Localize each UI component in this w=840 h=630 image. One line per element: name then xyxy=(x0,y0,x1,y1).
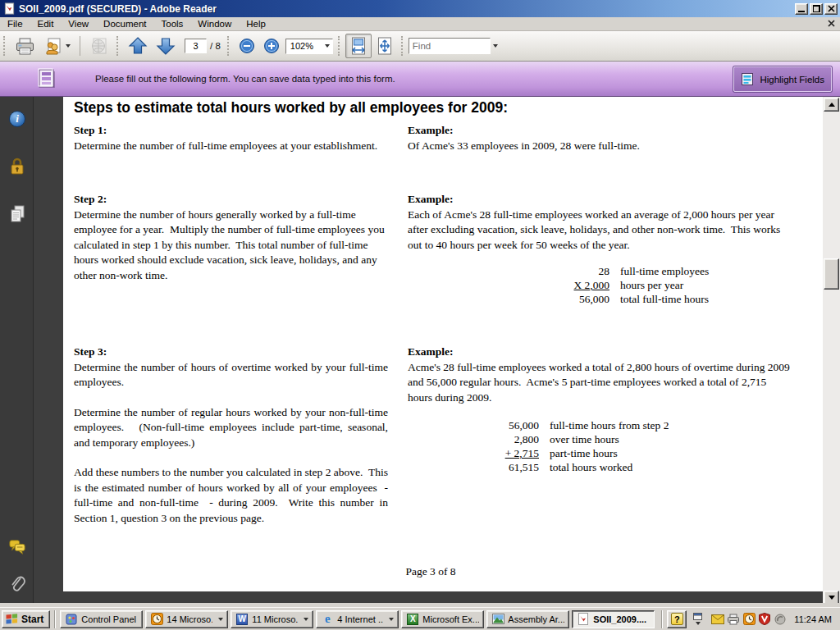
document-close-icon xyxy=(828,20,835,27)
taskbar-group-office[interactable]: 14 Microso... xyxy=(145,610,228,628)
printer-tray-icon[interactable] xyxy=(727,613,740,626)
scroll-up-icon xyxy=(829,103,835,107)
taskbar-item-control-panel[interactable]: Control Panel xyxy=(60,610,143,628)
example2-calculation: 28full-time employees X 2,000hours per y… xyxy=(537,264,709,306)
globe-document-icon xyxy=(89,37,109,56)
internet-explorer-icon: e xyxy=(321,613,334,626)
step3-column: Step 3: Determine the number of hours of… xyxy=(74,345,388,541)
document-viewport: i xyxy=(0,97,840,607)
menu-view[interactable]: View xyxy=(61,18,96,30)
menu-window[interactable]: Window xyxy=(190,18,239,30)
pdf-page: Steps to estimate total hours worked by … xyxy=(63,97,823,591)
help-icon: ? xyxy=(671,613,683,625)
taskbar-item-label: 4 Internet ... xyxy=(337,614,383,624)
zoom-level-dropdown[interactable]: 102% xyxy=(285,39,333,54)
comments-tab[interactable] xyxy=(8,538,26,556)
pages-tab[interactable] xyxy=(8,205,26,223)
adobe-reader-pdf-icon xyxy=(2,2,16,16)
windows-logo-icon xyxy=(6,614,18,625)
zoom-level-value: 102% xyxy=(290,41,313,51)
zoom-in-icon xyxy=(263,38,280,54)
fit-width-icon xyxy=(349,36,368,56)
restore-icon xyxy=(813,5,820,12)
highlight-fields-label: Highlight Fields xyxy=(760,75,824,84)
menu-file[interactable]: File xyxy=(0,18,30,30)
step3-text-3: Add these numbers to the number you calc… xyxy=(74,465,388,526)
step1-label: Step 1: xyxy=(74,123,388,139)
example2-text: Each of Acme's 28 full-time employees wo… xyxy=(408,208,790,253)
info-icon: i xyxy=(9,111,25,127)
antivirus-shield-tray-icon[interactable] xyxy=(758,613,771,626)
help-button[interactable]: ? xyxy=(667,610,687,628)
form-message-bar: Please fill out the following form. You … xyxy=(0,62,840,97)
print-icon xyxy=(15,37,35,56)
example2-column: Example: Each of Acme's 28 full-time emp… xyxy=(408,192,790,306)
ie-glyph: e xyxy=(325,612,331,625)
volume-tray-icon[interactable] xyxy=(774,613,787,626)
zoom-in-button[interactable] xyxy=(259,34,284,58)
info-glyph: i xyxy=(16,112,19,126)
toolbar-grip[interactable] xyxy=(116,36,120,56)
example1-text: Of Acme's 33 employees in 2009, 28 were … xyxy=(408,139,790,154)
step2-text: Determine the number of hours generally … xyxy=(74,208,388,284)
close-button[interactable] xyxy=(824,3,838,15)
calc-desc: part-time hours xyxy=(539,446,669,460)
calc-number: 28 xyxy=(537,264,609,278)
taskbar-item-soii-pdf[interactable]: SOII_2009.... xyxy=(572,610,655,628)
title-bar: SOII_2009.pdf (SECURED) - Adobe Reader xyxy=(0,0,840,17)
zoom-out-button[interactable] xyxy=(235,34,259,58)
step3-label: Step 3: xyxy=(74,345,388,360)
collaborate-button[interactable] xyxy=(39,34,75,58)
calc-number: X 2,000 xyxy=(537,278,609,292)
menu-tools[interactable]: Tools xyxy=(154,18,191,30)
security-tab[interactable] xyxy=(8,158,26,176)
page-number-input[interactable] xyxy=(185,39,207,53)
calc-desc: hours per year xyxy=(609,278,709,292)
menu-help[interactable]: Help xyxy=(239,18,273,30)
taskbar-item-assembly[interactable]: Assembly Ar... xyxy=(486,610,569,628)
vertical-scrollbar[interactable] xyxy=(823,97,840,605)
form-document-icon xyxy=(36,67,57,90)
taskbar-item-label: 11 Microso... xyxy=(252,614,298,624)
document-close-button[interactable] xyxy=(828,19,835,29)
document-info-tab[interactable]: i xyxy=(8,110,26,128)
example2-label: Example: xyxy=(408,192,790,208)
taskbar-divider xyxy=(661,610,663,628)
fit-page-button[interactable] xyxy=(372,34,398,58)
start-button[interactable]: Start xyxy=(2,610,50,628)
calc-number: 56,000 xyxy=(537,292,609,306)
find-caret-icon[interactable] xyxy=(493,44,498,48)
scrollbar-thumb[interactable] xyxy=(824,258,839,290)
attachments-tab[interactable] xyxy=(8,576,26,594)
restore-button[interactable] xyxy=(810,3,823,15)
group-caret-icon xyxy=(304,618,308,621)
mail-tray-icon[interactable] xyxy=(711,613,724,626)
toolbar-grip[interactable] xyxy=(227,36,231,56)
show-hidden-icons-button[interactable] xyxy=(693,613,702,625)
previous-page-button[interactable] xyxy=(124,34,152,58)
fit-width-button[interactable] xyxy=(345,34,372,58)
fit-page-icon xyxy=(376,36,394,56)
highlight-fields-button[interactable]: Highlight Fields xyxy=(733,66,832,92)
group-caret-icon xyxy=(218,618,223,621)
toolbar-grip[interactable] xyxy=(401,36,404,56)
toolbar-grip[interactable] xyxy=(338,36,341,56)
taskbar-item-excel[interactable]: X Microsoft Ex... xyxy=(401,610,484,628)
minimize-button[interactable] xyxy=(795,3,808,15)
highlight-fields-icon xyxy=(741,72,755,86)
next-page-button[interactable] xyxy=(152,34,180,58)
lock-icon xyxy=(8,157,26,176)
taskbar-clock[interactable]: 11:24 AM xyxy=(794,614,832,624)
taskbar-item-label: Assembly Ar... xyxy=(508,614,564,624)
clock-tray-icon[interactable] xyxy=(742,613,756,626)
scroll-up-button[interactable] xyxy=(824,98,839,112)
menu-edit[interactable]: Edit xyxy=(30,18,62,30)
print-button[interactable] xyxy=(11,34,39,58)
find-input[interactable] xyxy=(409,38,491,54)
taskbar-group-word[interactable]: W 11 Microso... xyxy=(231,610,313,628)
taskbar-group-internet[interactable]: e 4 Internet ... xyxy=(316,610,399,628)
step3-text-1: Determine the number of hours of overtim… xyxy=(74,360,388,390)
example3-label: Example: xyxy=(408,345,790,360)
menu-document[interactable]: Document xyxy=(96,18,153,30)
toolbar-grip[interactable] xyxy=(3,36,7,56)
